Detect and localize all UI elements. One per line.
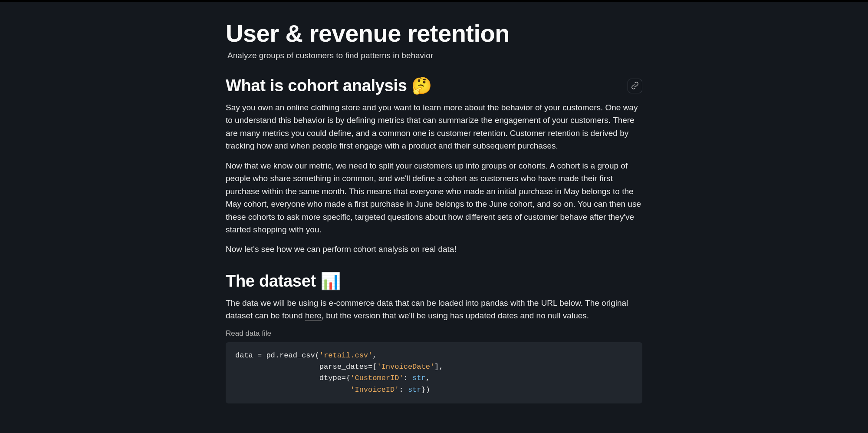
- link-icon: [631, 82, 639, 91]
- dataset-source-link[interactable]: here: [305, 311, 322, 321]
- code-token: =: [257, 351, 262, 360]
- heading-row: What is cohort analysis 🤔: [226, 76, 642, 95]
- anchor-link-button[interactable]: [628, 79, 642, 93]
- code-token: pd.read_csv(: [262, 351, 319, 360]
- section-heading-cohort: What is cohort analysis 🤔: [226, 76, 642, 95]
- section-heading-dataset: The dataset 📊: [226, 271, 642, 291]
- code-token: ,: [426, 374, 430, 382]
- code-token: :: [404, 374, 412, 382]
- code-token: 'InvoiceID': [350, 386, 399, 394]
- code-token: {: [346, 374, 350, 382]
- paragraph: Now let's see how we can perform cohort …: [226, 243, 642, 255]
- code-token: [235, 386, 350, 394]
- code-token: }): [421, 386, 430, 394]
- text-span: , but the version that we'll be using ha…: [322, 311, 589, 320]
- document-container: User & revenue retention Analyze groups …: [226, 2, 642, 403]
- code-caption: Read data file: [226, 329, 642, 338]
- code-token: data: [235, 351, 257, 360]
- code-token: =: [342, 374, 346, 382]
- code-token: str: [408, 386, 421, 394]
- section-dataset: The dataset 📊 The data we will be using …: [226, 271, 642, 403]
- code-token: =: [368, 363, 372, 371]
- code-token: 'InvoiceDate': [377, 363, 434, 371]
- code-block: data = pd.read_csv('retail.csv', parse_d…: [226, 342, 642, 403]
- paragraph: Now that we know our metric, we need to …: [226, 159, 642, 236]
- page-title: User & revenue retention: [226, 19, 642, 47]
- code-token: dtype: [235, 374, 342, 382]
- page-subtitle: Analyze groups of customers to find patt…: [226, 51, 642, 60]
- code-token: 'retail.csv': [319, 351, 372, 360]
- code-token: parse_dates: [235, 363, 368, 371]
- code-token: 'CustomerID': [350, 374, 403, 382]
- code-token: ,: [372, 351, 377, 360]
- code-token: [: [372, 363, 377, 371]
- section-cohort: What is cohort analysis 🤔 Say you own an…: [226, 76, 642, 256]
- paragraph: The data we will be using is e-commerce …: [226, 297, 642, 322]
- code-token: str: [412, 374, 426, 382]
- paragraph: Say you own an online clothing store and…: [226, 101, 642, 152]
- code-token: ],: [434, 363, 443, 371]
- code-token: :: [399, 386, 408, 394]
